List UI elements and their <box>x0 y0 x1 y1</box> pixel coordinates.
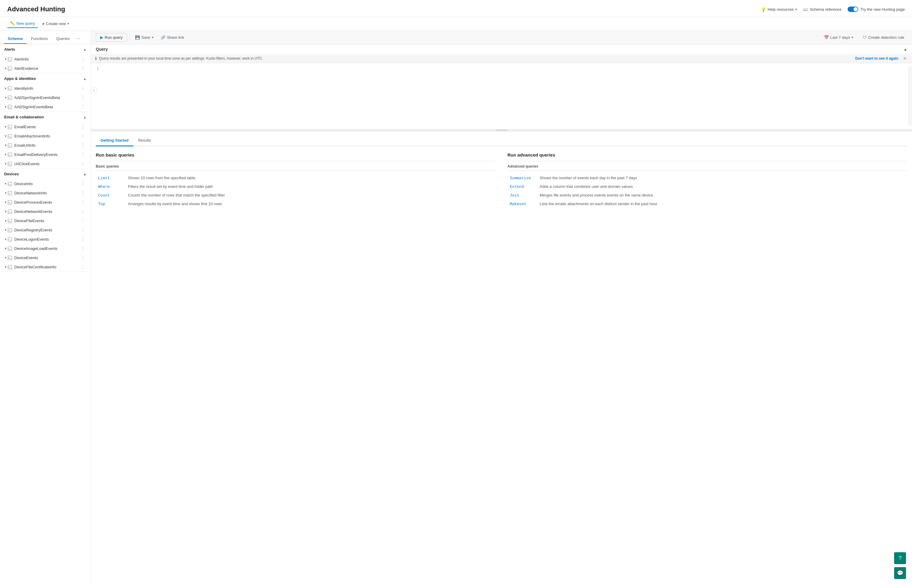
apps-identities-label: Apps & identities <box>4 76 36 81</box>
save-button[interactable]: 💾 Save ▾ <box>132 33 157 42</box>
more-options-icon[interactable]: ⋮ <box>79 246 86 251</box>
schema-reference-button[interactable]: 📖 Schema reference <box>803 7 841 11</box>
close-info-button[interactable]: ✕ <box>902 56 908 61</box>
table-icon <box>8 162 12 166</box>
query-cmd[interactable]: Where <box>96 182 126 191</box>
schema-item-alertevidence[interactable]: ▾ AlertEvidence ⋮ <box>0 64 91 73</box>
more-options-icon[interactable]: ⋮ <box>79 133 86 139</box>
page-title: Advanced Hunting <box>7 5 65 13</box>
more-options-icon[interactable]: ⋮ <box>79 161 86 167</box>
query-cmd[interactable]: Limit <box>96 174 126 182</box>
more-options-icon[interactable]: ⋮ <box>79 86 86 91</box>
advanced-queries-table: SummarizeShows the number of events each… <box>508 174 907 208</box>
schema-item-deviceimageload[interactable]: ▾ DeviceImageLoadEvents ⋮ <box>0 244 91 253</box>
run-query-button[interactable]: ▶ Run query <box>96 33 127 42</box>
email-group-header[interactable]: Email & collaboration ▲ <box>0 112 91 122</box>
schema-item-emailpostdelivery[interactable]: ▾ EmailPostDeliveryEvents ⋮ <box>0 150 91 159</box>
more-options-icon[interactable]: ⋮ <box>79 57 86 62</box>
query-cmd[interactable]: Join <box>508 191 537 199</box>
devices-group-header[interactable]: Devices ▲ <box>0 169 91 179</box>
schema-item-emailattachment[interactable]: ▾ EmailAttachmentInfo ⋮ <box>0 131 91 141</box>
chat-button[interactable]: 💬 <box>894 567 906 579</box>
table-row: ExtendAdds a column that combines user a… <box>508 182 907 191</box>
more-options-icon[interactable]: ⋮ <box>79 255 86 261</box>
more-options-icon[interactable]: ⋮ <box>79 181 86 187</box>
more-options-icon[interactable]: ⋮ <box>79 124 86 130</box>
create-new-button[interactable]: + Create new ▾ <box>39 20 72 28</box>
content-area: ‹ ▶ Run query 💾 Save ▾ 🔗 <box>91 31 912 586</box>
more-tabs-button[interactable]: ··· <box>74 34 82 44</box>
expand-icon: ▾ <box>5 182 6 186</box>
apps-identities-group-header[interactable]: Apps & identities ▲ <box>0 73 91 84</box>
schema-item-deviceprocess[interactable]: ▾ DeviceProcessEvents ⋮ <box>0 198 91 207</box>
more-options-icon[interactable]: ⋮ <box>79 66 86 71</box>
query-desc: Counts the number of rows that match the… <box>126 191 496 199</box>
schema-item-identityinfo[interactable]: ▾ IdentityInfo ⋮ <box>0 84 91 93</box>
more-options-icon[interactable]: ⋮ <box>79 190 86 196</box>
schema-item-devicelogon[interactable]: ▾ DeviceLogonEvents ⋮ <box>0 235 91 244</box>
query-desc: Adds a column that combines user and dom… <box>537 182 907 191</box>
resize-handle[interactable] <box>91 129 912 131</box>
query-editor[interactable] <box>102 66 909 126</box>
query-desc: Filters the result set by event time and… <box>126 182 496 191</box>
query-cmd[interactable]: Extend <box>508 182 537 191</box>
help-resources-button[interactable]: 💡 Help resources ▾ <box>761 7 797 11</box>
help-button[interactable]: ? <box>894 552 906 564</box>
more-options-icon[interactable]: ⋮ <box>79 236 86 242</box>
query-cmd[interactable]: Count <box>96 191 126 199</box>
schema-item-alertinfo[interactable]: ▾ AlertInfo ⋮ <box>0 55 91 64</box>
query-cmd[interactable]: Summarize <box>508 174 537 182</box>
schema-item-emailevents[interactable]: ▾ EmailEvents ⋮ <box>0 122 91 131</box>
query-desc: Lists the emails attachments on each dis… <box>537 199 907 208</box>
query-collapse-button[interactable]: ▲ <box>903 47 907 52</box>
try-new-toggle[interactable]: Try the new Hunting page <box>847 6 905 12</box>
tab-schema[interactable]: Schema <box>3 34 27 44</box>
share-link-button[interactable]: 🔗 Share link <box>158 33 187 42</box>
sidebar-collapse-button[interactable]: ‹ <box>91 87 97 94</box>
expand-icon: ▾ <box>5 219 6 223</box>
new-query-button[interactable]: ✏️ New query <box>7 19 38 28</box>
dont-show-again-button[interactable]: Don't want to see it again <box>855 57 898 61</box>
schema-item-devicenetwork[interactable]: ▾ DeviceNetworkEvents ⋮ <box>0 207 91 216</box>
query-cmd[interactable]: Top <box>96 199 126 208</box>
table-icon <box>8 153 12 157</box>
time-range-button[interactable]: 📅 Last 7 days ▾ <box>821 34 857 41</box>
schema-item-deviceregistry[interactable]: ▾ DeviceRegistryEvents ⋮ <box>0 225 91 235</box>
expand-icon: ▾ <box>5 57 6 61</box>
schema-item-aadsignin[interactable]: ▾ AADSignInEventsBeta ⋮ <box>0 102 91 111</box>
schema-item-devicefilecert[interactable]: ▾ DeviceFileCertificateInfo ⋮ <box>0 262 91 271</box>
schema-item-urlclick[interactable]: ▾ UrlClickEvents ⋮ <box>0 159 91 168</box>
more-options-icon[interactable]: ⋮ <box>79 218 86 224</box>
schema-item-deviceinfo[interactable]: ▾ DeviceInfo ⋮ <box>0 179 91 189</box>
more-options-icon[interactable]: ⋮ <box>79 142 86 148</box>
header-right: 💡 Help resources ▾ 📖 Schema reference Tr… <box>761 6 905 12</box>
query-cmd[interactable]: Makeset <box>508 199 537 208</box>
tab-getting-started[interactable]: Getting Started <box>96 135 133 146</box>
tab-functions[interactable]: Functions <box>27 34 52 44</box>
schema-item-devicefile[interactable]: ▾ DeviceFileEvents ⋮ <box>0 216 91 225</box>
schema-item-deviceevents[interactable]: ▾ DeviceEvents ⋮ <box>0 253 91 262</box>
tab-results[interactable]: Results <box>133 135 156 146</box>
table-row: CountCounts the number of rows that matc… <box>96 191 496 199</box>
create-detection-rule-button[interactable]: 🛡 Create detection rule <box>860 34 907 41</box>
table-icon <box>8 57 12 61</box>
schema-item-devicenetworkinfo[interactable]: ▾ DeviceNetworkInfo ⋮ <box>0 189 91 198</box>
timerange-chevron-icon: ▾ <box>851 36 853 39</box>
query-desc: Merges file events and process events ev… <box>537 191 907 199</box>
schema-item-aadspnsignin[interactable]: ▾ AADSpnSignInEventsBeta ⋮ <box>0 93 91 102</box>
resize-handle-bar <box>496 130 508 131</box>
schema-item-emailurl[interactable]: ▾ EmailUrlInfo ⋮ <box>0 141 91 150</box>
expand-icon: ▾ <box>5 200 6 204</box>
more-options-icon[interactable]: ⋮ <box>79 104 86 110</box>
more-options-icon[interactable]: ⋮ <box>79 199 86 205</box>
more-options-icon[interactable]: ⋮ <box>79 152 86 157</box>
more-options-icon[interactable]: ⋮ <box>79 95 86 100</box>
toggle-switch[interactable] <box>847 6 858 12</box>
alerts-group-header[interactable]: Alerts ▲ <box>0 44 91 55</box>
more-options-icon[interactable]: ⋮ <box>79 227 86 233</box>
more-options-icon[interactable]: ⋮ <box>79 264 86 270</box>
expand-icon: ▾ <box>5 228 6 232</box>
table-icon <box>8 86 12 90</box>
more-options-icon[interactable]: ⋮ <box>79 209 86 214</box>
tab-queries[interactable]: Queries <box>52 34 74 44</box>
